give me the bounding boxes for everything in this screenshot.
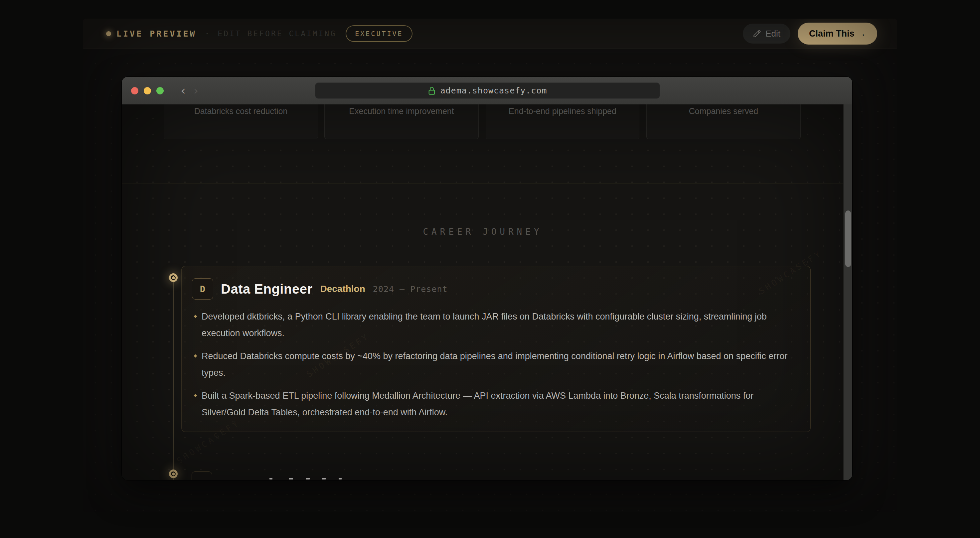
clipped-next-title bbox=[269, 478, 272, 479]
role-title: Data Engineer bbox=[221, 282, 312, 297]
timeline-node-icon bbox=[169, 470, 178, 478]
clipped-next-title bbox=[322, 478, 326, 479]
browser-window: ‹ › adema.showcasefy.com Databricks cost… bbox=[122, 77, 852, 480]
traffic-lights bbox=[131, 87, 164, 94]
next-entry-badge-clipped bbox=[192, 471, 212, 480]
forward-chevron-icon[interactable]: › bbox=[192, 85, 200, 97]
edit-before-claiming-label: EDIT BEFORE CLAIMING bbox=[218, 29, 336, 38]
preview-header-bar: LIVE PREVIEW · EDIT BEFORE CLAIMING EXEC… bbox=[83, 19, 897, 49]
page-content: Databricks cost reduction Execution time… bbox=[122, 105, 852, 480]
claim-this-button[interactable]: Claim This → bbox=[798, 22, 877, 44]
career-entry-card: D Data Engineer Decathlon 2024 — Present… bbox=[181, 266, 811, 432]
url-text: adema.showcasefy.com bbox=[440, 86, 547, 95]
stat-card-label: Execution time improvement bbox=[325, 106, 478, 116]
clipped-next-title bbox=[289, 478, 293, 479]
stat-card: Companies served bbox=[646, 105, 801, 139]
edit-button-label: Edit bbox=[765, 29, 780, 39]
live-status-dot-icon bbox=[106, 31, 111, 36]
role-bullet: Built a Spark-based ETL pipeline followi… bbox=[194, 387, 791, 421]
browser-nav: ‹ › bbox=[180, 85, 199, 97]
header-separator: · bbox=[205, 29, 210, 38]
role-bullet: Developed dktbricks, a Python CLI librar… bbox=[194, 308, 791, 341]
role-header: D Data Engineer Decathlon 2024 — Present bbox=[192, 278, 448, 300]
executive-badge: EXECUTIVE bbox=[346, 25, 412, 42]
stat-card-label: Companies served bbox=[647, 106, 800, 116]
role-company[interactable]: Decathlon bbox=[320, 284, 365, 294]
stat-card-label: Databricks cost reduction bbox=[164, 106, 318, 116]
role-period: 2024 — Present bbox=[373, 284, 448, 294]
edit-button[interactable]: Edit bbox=[743, 24, 791, 44]
pencil-icon bbox=[753, 29, 762, 38]
role-bullet-list: Developed dktbricks, a Python CLI librar… bbox=[194, 308, 791, 427]
lock-icon bbox=[428, 86, 436, 95]
maximize-window-icon[interactable] bbox=[156, 87, 164, 94]
timeline-node-icon bbox=[169, 273, 178, 282]
role-bullet: Reduced Databricks compute costs by ~40%… bbox=[194, 348, 791, 381]
timeline-line bbox=[173, 278, 173, 480]
section-divider bbox=[122, 183, 852, 184]
clipped-next-title bbox=[339, 478, 342, 479]
close-window-icon[interactable] bbox=[131, 87, 138, 94]
stat-card: Execution time improvement bbox=[325, 105, 479, 139]
stat-card-label: End-to-end pipelines shipped bbox=[486, 106, 639, 116]
address-bar[interactable]: adema.showcasefy.com bbox=[315, 83, 660, 99]
minimize-window-icon[interactable] bbox=[144, 87, 151, 94]
live-preview-label: LIVE PREVIEW bbox=[116, 29, 197, 38]
screen: LIVE PREVIEW · EDIT BEFORE CLAIMING EXEC… bbox=[0, 0, 980, 538]
scrollbar-thumb[interactable] bbox=[845, 211, 851, 267]
stat-card: End-to-end pipelines shipped bbox=[486, 105, 640, 139]
back-chevron-icon[interactable]: ‹ bbox=[180, 85, 187, 97]
career-journey-heading: CAREER JOURNEY bbox=[122, 227, 843, 237]
scrollbar-track[interactable] bbox=[843, 105, 852, 480]
browser-chrome-bar: ‹ › adema.showcasefy.com bbox=[122, 77, 852, 105]
claim-button-label: Claim This → bbox=[809, 29, 866, 39]
clipped-next-title bbox=[306, 478, 310, 479]
stat-card: Databricks cost reduction bbox=[164, 105, 318, 139]
company-initial-badge: D bbox=[192, 278, 213, 300]
